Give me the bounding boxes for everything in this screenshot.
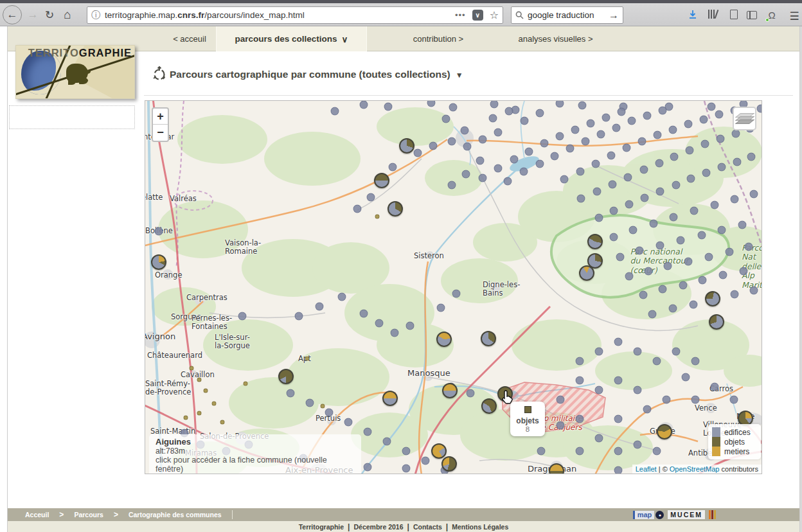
commune-marker[interactable]	[701, 140, 709, 148]
commune-marker[interactable]	[383, 438, 391, 446]
commune-marker[interactable]	[659, 107, 667, 115]
pocket-icon[interactable]: ∨	[472, 10, 483, 21]
commune-marker[interactable]	[391, 329, 399, 337]
commune-marker[interactable]	[625, 272, 634, 281]
commune-marker[interactable]	[414, 149, 422, 157]
commune-marker[interactable]	[494, 164, 503, 173]
commune-marker[interactable]	[664, 262, 672, 270]
commune-marker[interactable]	[684, 120, 693, 129]
commune-marker[interactable]	[708, 103, 716, 111]
commune-marker[interactable]	[682, 373, 690, 382]
commune-pie-marker[interactable]	[442, 383, 458, 398]
bookmark-star-icon[interactable]: ☆	[490, 9, 499, 21]
commune-marker[interactable]	[463, 143, 472, 151]
commune-marker[interactable]	[479, 136, 487, 144]
commune-pie-marker[interactable]	[278, 369, 294, 384]
commune-marker[interactable]	[325, 409, 334, 417]
commune-pie-marker[interactable]	[151, 254, 166, 270]
reload-button[interactable]: ↻	[40, 5, 59, 24]
commune-pie-marker[interactable]	[579, 265, 594, 281]
commune-marker[interactable]	[702, 169, 711, 177]
commune-marker[interactable]	[537, 447, 546, 456]
commune-marker[interactable]	[614, 338, 623, 346]
home-button[interactable]: ⌂	[58, 5, 77, 24]
commune-marker[interactable]	[560, 175, 569, 184]
commune-marker[interactable]	[597, 130, 605, 139]
commune-marker[interactable]	[640, 166, 648, 174]
breadcrumb-parcours[interactable]: Parcours	[74, 511, 103, 519]
commune-marker[interactable]	[504, 177, 512, 186]
search-bar[interactable]: google traduction →	[511, 6, 623, 24]
commune-marker[interactable]	[476, 157, 485, 165]
imap-logo[interactable]: map	[633, 511, 655, 519]
commune-marker[interactable]	[576, 415, 584, 423]
commune-pie-marker[interactable]	[374, 173, 389, 188]
small-site-marker[interactable]	[212, 402, 217, 406]
osm-link[interactable]: OpenStreetMap	[670, 465, 720, 473]
commune-marker[interactable]	[757, 105, 763, 113]
commune-marker[interactable]	[641, 194, 649, 202]
commune-marker[interactable]	[587, 120, 595, 128]
commune-marker[interactable]	[614, 415, 623, 423]
commune-marker[interactable]	[614, 466, 623, 475]
commune-marker[interactable]	[629, 226, 637, 235]
commune-marker[interactable]	[576, 377, 584, 385]
commune-marker[interactable]	[452, 290, 461, 298]
commune-pie-marker[interactable]	[382, 391, 398, 406]
sidebar-icon[interactable]	[745, 11, 758, 22]
small-site-marker[interactable]	[184, 416, 188, 420]
commune-marker[interactable]	[711, 201, 719, 209]
commune-marker[interactable]	[576, 447, 584, 456]
commune-marker[interactable]	[636, 247, 644, 255]
commune-marker[interactable]	[653, 357, 661, 366]
commune-marker[interactable]	[593, 188, 602, 196]
commune-marker[interactable]	[711, 383, 719, 391]
site-info-icon[interactable]: ⓘ	[91, 10, 100, 21]
commune-marker[interactable]	[612, 124, 621, 132]
small-site-marker[interactable]	[244, 382, 248, 386]
commune-marker[interactable]	[595, 434, 603, 443]
commune-marker[interactable]	[719, 271, 727, 279]
commune-marker[interactable]	[670, 213, 678, 222]
commune-marker[interactable]	[624, 173, 632, 182]
commune-marker[interactable]	[670, 153, 679, 161]
commune-marker[interactable]	[578, 102, 587, 110]
commune-pie-marker[interactable]	[431, 443, 447, 459]
commune-marker[interactable]	[623, 144, 631, 152]
commune-marker[interactable]	[663, 396, 671, 404]
commune-marker[interactable]	[643, 405, 652, 414]
commune-marker[interactable]	[690, 207, 699, 215]
leaflet-map[interactable]: MontélimarPierrelatteBollèneValréasVaiso…	[145, 100, 762, 474]
download-icon[interactable]	[686, 10, 699, 21]
commune-marker[interactable]	[571, 126, 580, 134]
commune-marker[interactable]	[747, 153, 756, 161]
commune-marker[interactable]	[643, 112, 652, 120]
url-bar[interactable]: ⓘ territographie.map.cnrs.fr/parcours/in…	[87, 6, 503, 24]
commune-marker[interactable]	[614, 377, 623, 385]
commune-marker[interactable]	[557, 396, 565, 404]
commune-marker[interactable]	[442, 115, 450, 123]
commune-marker[interactable]	[691, 396, 700, 404]
commune-marker[interactable]	[653, 447, 661, 456]
commune-marker[interactable]	[540, 139, 549, 148]
commune-pie-marker[interactable]	[481, 331, 496, 346]
commune-marker[interactable]	[505, 107, 513, 116]
commune-marker[interactable]	[705, 253, 713, 262]
small-site-marker[interactable]	[204, 389, 208, 393]
commune-marker[interactable]	[610, 207, 618, 215]
commune-marker[interactable]	[669, 126, 677, 134]
commune-marker[interactable]	[536, 160, 544, 168]
commune-marker[interactable]	[406, 322, 414, 330]
commune-marker[interactable]	[698, 231, 706, 240]
commune-marker[interactable]	[338, 293, 346, 301]
small-site-marker[interactable]	[321, 404, 325, 409]
commune-marker[interactable]	[479, 174, 487, 182]
layers-control[interactable]	[733, 107, 756, 130]
commune-marker[interactable]	[690, 301, 698, 309]
commune-marker[interactable]	[686, 146, 694, 155]
commune-pie-marker[interactable]	[705, 291, 720, 306]
commune-marker[interactable]	[521, 117, 529, 125]
commune-marker[interactable]	[730, 396, 738, 404]
commune-marker[interactable]	[659, 285, 667, 294]
commune-marker[interactable]	[536, 109, 544, 118]
